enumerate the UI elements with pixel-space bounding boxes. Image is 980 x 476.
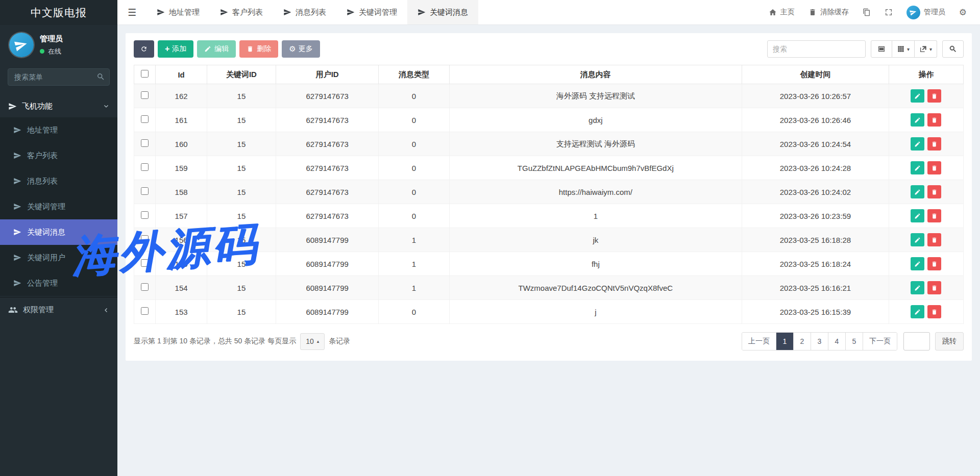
delete-row-button[interactable]	[927, 113, 941, 127]
edit-row-button[interactable]	[911, 209, 924, 222]
sidebar-section-label: 飞机功能	[22, 102, 53, 111]
cell-content: https://haiwaiym.com/	[449, 180, 742, 204]
paper-plane-icon	[418, 8, 426, 16]
next-page-button[interactable]: 下一页	[863, 333, 897, 350]
jump-button[interactable]: 跳转	[935, 332, 964, 350]
fullscreen-button[interactable]	[885, 8, 893, 16]
top-navbar: ☰ 地址管理 客户列表 消息列表 关键词管理 关键词消息 主页 清除缓存 管理员…	[117, 0, 980, 25]
sidebar-item-announcement-mgmt[interactable]: 公告管理	[0, 270, 117, 296]
cell-user-id: 6279147673	[276, 180, 379, 204]
view-options-group: ▾ ▾	[871, 40, 937, 58]
chevron-left-icon	[103, 307, 109, 313]
select-all-checkbox[interactable]	[141, 70, 149, 78]
table-row: 160 15 6279147673 0 支持远程测试 海外源码 2023-03-…	[134, 132, 964, 156]
cell-msg-type: 0	[379, 180, 449, 204]
sidebar-item-keyword-messages[interactable]: 关键词消息	[0, 219, 117, 245]
chevron-down-icon	[103, 103, 109, 109]
edit-row-button[interactable]	[911, 281, 924, 294]
row-checkbox[interactable]	[141, 187, 149, 195]
jump-page-input[interactable]	[903, 332, 930, 350]
cell-keyword-id: 15	[207, 228, 276, 252]
col-user-id: 用户ID	[276, 65, 379, 84]
tab-message-list[interactable]: 消息列表	[273, 0, 336, 24]
tab-keyword-messages[interactable]: 关键词消息	[407, 0, 478, 24]
page-button-5[interactable]: 5	[846, 333, 863, 350]
trash-icon	[931, 261, 938, 267]
row-checkbox[interactable]	[141, 139, 149, 147]
table-row: 155 15 6089147799 1 fhj 2023-03-25 16:18…	[134, 252, 964, 276]
tab-customer-list[interactable]: 客户列表	[210, 0, 273, 24]
delete-row-button[interactable]	[927, 257, 941, 270]
delete-row-button[interactable]	[927, 305, 941, 318]
page-button-1[interactable]: 1	[776, 333, 794, 350]
page-button-4[interactable]: 4	[828, 333, 846, 350]
delete-row-button[interactable]	[927, 89, 941, 103]
paper-plane-icon	[157, 8, 165, 16]
page-button-2[interactable]: 2	[794, 333, 811, 350]
delete-row-button[interactable]	[927, 281, 941, 294]
row-checkbox[interactable]	[141, 259, 149, 267]
trash-icon	[931, 309, 938, 315]
toolbar-right: ▾ ▾	[767, 40, 964, 58]
sidebar-item-keyword-users[interactable]: 关键词用户	[0, 245, 117, 270]
delete-row-button[interactable]	[927, 137, 941, 151]
tab-label: 关键词消息	[430, 8, 468, 17]
row-checkbox[interactable]	[141, 211, 149, 219]
tab-keyword-mgmt[interactable]: 关键词管理	[336, 0, 407, 24]
edit-row-button[interactable]	[911, 89, 924, 103]
edit-row-button[interactable]	[911, 161, 924, 174]
more-button[interactable]: ⚙更多	[282, 40, 320, 58]
sidebar-item-message-list[interactable]: 消息列表	[0, 168, 117, 194]
cell-user-id: 6089147799	[276, 252, 379, 276]
toggle-view-button[interactable]	[871, 40, 892, 58]
page-button-3[interactable]: 3	[811, 333, 828, 350]
delete-row-button[interactable]	[927, 185, 941, 198]
home-link[interactable]: 主页	[769, 8, 795, 17]
hamburger-menu-icon[interactable]: ☰	[117, 7, 146, 18]
user-status: 在线	[48, 47, 61, 56]
sidebar-section-plane-features[interactable]: 飞机功能	[0, 95, 117, 117]
edit-row-button[interactable]	[911, 185, 924, 198]
pencil-icon	[914, 213, 921, 219]
sidebar-item-keyword-mgmt[interactable]: 关键词管理	[0, 194, 117, 219]
columns-button[interactable]: ▾	[892, 40, 915, 58]
row-checkbox[interactable]	[141, 163, 149, 171]
edit-row-button[interactable]	[911, 257, 924, 270]
row-checkbox[interactable]	[141, 235, 149, 243]
table-toolbar: +添加 编辑 删除 ⚙更多 ▾ ▾	[134, 40, 964, 58]
sidebar-search-input[interactable]	[8, 68, 110, 86]
cell-content: 海外源码 支持远程测试	[449, 84, 742, 108]
add-button[interactable]: +添加	[158, 40, 193, 58]
edit-button[interactable]: 编辑	[197, 40, 236, 58]
row-checkbox[interactable]	[141, 115, 149, 123]
delete-row-button[interactable]	[927, 233, 941, 246]
delete-button[interactable]: 删除	[239, 40, 278, 58]
copy-button[interactable]	[863, 8, 871, 16]
refresh-button[interactable]	[134, 40, 154, 58]
tab-address-mgmt[interactable]: 地址管理	[146, 0, 210, 24]
page-size-dropdown[interactable]: 10▴	[300, 333, 325, 350]
prev-page-button[interactable]: 上一页	[742, 333, 776, 350]
settings-gears-icon[interactable]: ⚙	[959, 7, 967, 18]
search-button[interactable]	[942, 40, 964, 58]
edit-row-button[interactable]	[911, 137, 924, 151]
row-checkbox[interactable]	[141, 307, 149, 315]
row-checkbox[interactable]	[141, 283, 149, 291]
paper-plane-icon	[13, 279, 21, 287]
sidebar-item-customer-list[interactable]: 客户列表	[0, 143, 117, 168]
sidebar-item-permission-mgmt[interactable]: 权限管理	[0, 297, 117, 322]
export-button[interactable]: ▾	[915, 40, 937, 58]
cell-content: 1	[449, 204, 742, 228]
delete-row-button[interactable]	[927, 209, 941, 222]
delete-row-button[interactable]	[927, 161, 941, 174]
table-search-input[interactable]	[767, 40, 866, 58]
clear-cache-link[interactable]: 清除缓存	[808, 8, 849, 17]
cell-keyword-id: 15	[207, 84, 276, 108]
edit-row-button[interactable]	[911, 305, 924, 318]
sidebar-item-address-mgmt[interactable]: 地址管理	[0, 117, 117, 143]
admin-menu[interactable]: 管理员	[906, 6, 945, 19]
edit-row-button[interactable]	[911, 113, 924, 127]
row-checkbox[interactable]	[141, 91, 149, 99]
telegram-avatar-small	[906, 6, 920, 19]
edit-row-button[interactable]	[911, 233, 924, 246]
